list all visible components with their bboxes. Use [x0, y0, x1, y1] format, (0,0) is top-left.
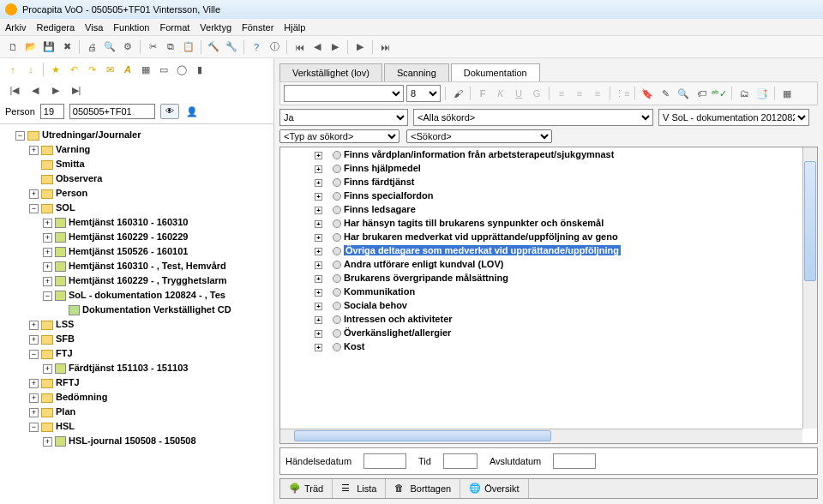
first-icon[interactable]: ⏮ — [291, 39, 307, 55]
tab-verkstallighet[interactable]: Verkställighet (lov) — [279, 63, 382, 81]
tid-input[interactable] — [443, 453, 478, 469]
menu-fonster[interactable]: Fönster — [242, 22, 273, 33]
save-icon[interactable]: 💾 — [41, 39, 57, 55]
star-icon[interactable]: ★ — [48, 62, 63, 77]
expand-icon[interactable]: + — [29, 393, 39, 403]
underline-icon[interactable]: U — [511, 86, 526, 101]
action-3-icon[interactable]: 🔍 — [676, 86, 691, 101]
expand-icon[interactable]: + — [29, 379, 39, 388]
person-num-input[interactable] — [40, 104, 64, 119]
align-right-icon[interactable]: ≡ — [590, 86, 605, 101]
expand-icon[interactable]: + — [315, 193, 322, 201]
expand-icon[interactable]: + — [315, 152, 322, 159]
expand-icon[interactable]: + — [43, 437, 52, 447]
scrollbar-thumb[interactable] — [294, 430, 551, 441]
tree-root[interactable]: Utredningar/Journaler — [42, 129, 141, 140]
collapse-icon[interactable]: − — [43, 291, 52, 301]
tool-a-icon[interactable]: 🔨 — [206, 39, 221, 55]
tree-person[interactable]: Person — [56, 188, 87, 198]
action-2-icon[interactable]: ✎ — [658, 86, 673, 101]
tree-item[interactable]: Hemtjänst 160310 - , Test, Hemvård — [69, 261, 226, 271]
undo-icon[interactable]: ↶ — [66, 62, 81, 77]
expand-icon[interactable]: + — [29, 335, 39, 345]
doc-item[interactable]: +Finns färdtjänst — [315, 175, 817, 189]
expand-icon[interactable]: + — [43, 233, 52, 243]
card-icon[interactable]: ▦ — [138, 62, 153, 77]
collapse-icon[interactable]: − — [29, 350, 39, 359]
nav-prev-icon[interactable]: ◀ — [27, 82, 43, 98]
font-size-select[interactable]: 8 — [406, 85, 441, 102]
action-5-icon[interactable]: 🗂 — [736, 86, 752, 101]
tree-sfb[interactable]: SFB — [56, 333, 75, 344]
expand-icon[interactable]: + — [29, 321, 39, 330]
tree-item[interactable]: Hemtjänst 160229 - , Trygghetslarm — [69, 275, 227, 285]
expand-icon[interactable]: + — [315, 330, 322, 338]
menu-hjalp[interactable]: Hjälp — [284, 22, 305, 33]
tab-scanning[interactable]: Scanning — [384, 63, 449, 81]
doc-item[interactable]: +Har brukaren medverkat vid upprättande/… — [315, 230, 817, 243]
tree-observera[interactable]: Observera — [56, 173, 102, 183]
expand-icon[interactable]: + — [315, 316, 322, 324]
doc-item[interactable]: +Intressen och aktiviteter — [315, 312, 817, 326]
action-1-icon[interactable]: 🔖 — [640, 86, 655, 101]
filter-sokord-select[interactable]: <Alla sökord> — [413, 109, 653, 126]
expand-icon[interactable]: + — [315, 165, 322, 173]
action-6-icon[interactable]: 📑 — [754, 86, 770, 101]
menu-redigera[interactable]: Redigera — [36, 22, 75, 33]
align-center-icon[interactable]: ≡ — [572, 86, 587, 101]
expand-icon[interactable]: + — [43, 277, 52, 286]
mail-icon[interactable]: ✉ — [102, 62, 117, 77]
tree-doc-node[interactable]: SoL - dokumentation 120824 - , Tes — [69, 290, 225, 300]
vertical-scrollbar[interactable] — [802, 147, 817, 429]
doc-item[interactable]: +Finns ledsagare — [315, 202, 817, 216]
tree-varning[interactable]: Varning — [56, 144, 90, 154]
filter-typ-select[interactable]: <Typ av sökord> — [279, 129, 399, 143]
table-icon[interactable]: ▦ — [779, 86, 795, 101]
bars-icon[interactable]: ▮ — [192, 62, 207, 77]
expand-icon[interactable]: + — [315, 303, 322, 310]
left-tree[interactable]: −Utredningar/Journaler +Varning Smitta O… — [0, 123, 273, 504]
delete-icon[interactable]: ✖ — [59, 39, 75, 55]
circle-icon[interactable]: ◯ — [174, 62, 189, 77]
expand-icon[interactable]: + — [29, 408, 39, 417]
nav-last-icon[interactable]: ▶| — [69, 82, 84, 98]
print-preview-icon[interactable]: 🔍 — [102, 39, 117, 55]
doc-item[interactable]: +Finns hjälpmedel — [315, 161, 817, 175]
font-family-select[interactable] — [284, 85, 404, 102]
help-icon[interactable]: ? — [249, 39, 264, 55]
expand-icon[interactable]: + — [315, 179, 322, 187]
strike-icon[interactable]: G — [529, 86, 544, 101]
doc-item[interactable]: +Har hänsyn tagits till brukarens synpun… — [315, 216, 817, 230]
doc-item[interactable]: +Andra utförare enligt kundval (LOV) — [315, 257, 817, 271]
open-icon[interactable]: 📂 — [23, 39, 39, 55]
expand-icon[interactable]: + — [29, 189, 39, 199]
collapse-icon[interactable]: − — [29, 204, 39, 213]
tree-item[interactable]: Hemtjänst 150526 - 160101 — [69, 246, 188, 256]
doc-item[interactable]: +Finns vårdplan/information från arbetst… — [315, 147, 817, 161]
menu-funktion[interactable]: Funktion — [113, 22, 149, 33]
expand-icon[interactable]: + — [315, 207, 322, 214]
collapse-icon[interactable]: − — [15, 131, 25, 141]
expand-icon[interactable]: + — [315, 220, 322, 228]
a-icon[interactable]: A — [120, 62, 135, 77]
doc-item[interactable]: +Finns specialfordon — [315, 189, 817, 202]
last-icon[interactable]: ⏭ — [377, 39, 393, 55]
tool-b-icon[interactable]: 🔧 — [224, 39, 239, 55]
play-icon[interactable]: ▶ — [352, 39, 368, 55]
down-icon[interactable]: ↓ — [23, 62, 39, 77]
filter-ja-select[interactable]: Ja — [279, 109, 408, 126]
menu-visa[interactable]: Visa — [85, 22, 103, 33]
bold-icon[interactable]: F — [475, 86, 490, 101]
expand-icon[interactable]: + — [43, 248, 52, 257]
expand-icon[interactable]: + — [315, 248, 322, 255]
doc-item[interactable]: +Överkänslighet/allergier — [315, 326, 817, 339]
action-4-icon[interactable]: 🏷 — [694, 86, 709, 101]
redo-icon[interactable]: ↷ — [84, 62, 99, 77]
filter-sokord2-select[interactable]: <Sökord> — [406, 129, 552, 143]
expand-icon[interactable]: + — [43, 364, 52, 374]
copy-icon[interactable]: ⧉ — [163, 39, 178, 55]
tree-item[interactable]: Hemtjänst 160229 - 160229 — [69, 231, 188, 242]
tab-dokumentation[interactable]: Dokumentation — [451, 63, 540, 81]
align-left-icon[interactable]: ≡ — [554, 86, 569, 101]
expand-icon[interactable]: + — [315, 289, 322, 297]
